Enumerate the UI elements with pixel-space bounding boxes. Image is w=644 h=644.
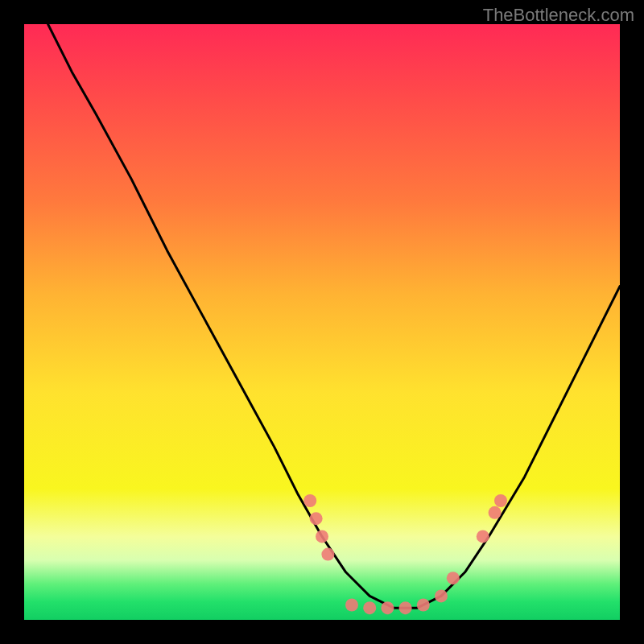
chart-container: TheBottleneck.com [0, 0, 644, 644]
bottleneck-curve [48, 24, 620, 608]
data-point [417, 599, 430, 612]
data-point [447, 572, 460, 584]
data-point [399, 601, 412, 614]
data-point [310, 512, 323, 525]
curve-path [48, 24, 620, 608]
data-point [477, 530, 489, 543]
data-point [435, 589, 448, 602]
data-point [494, 494, 507, 507]
data-point [381, 601, 394, 614]
chart-svg [24, 24, 620, 620]
plot-area [24, 24, 620, 620]
data-point [303, 494, 316, 507]
data-point [363, 601, 376, 614]
data-point [489, 506, 502, 519]
attribution-label: TheBottleneck.com [483, 5, 634, 26]
data-point [316, 530, 328, 543]
data-point [321, 548, 334, 561]
data-point [345, 599, 358, 612]
